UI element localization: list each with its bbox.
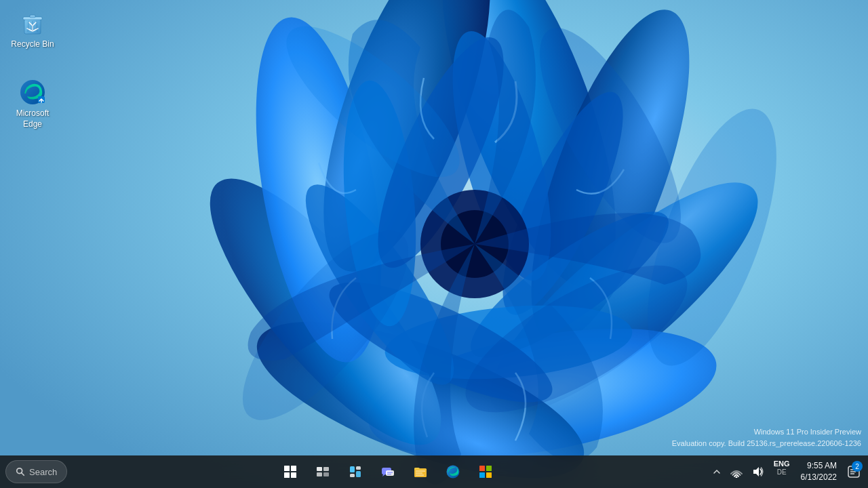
recycle-bin-image <box>19 9 46 37</box>
svg-line-33 <box>22 473 24 476</box>
search-box[interactable]: Search <box>5 460 67 483</box>
svg-rect-42 <box>350 466 355 472</box>
file-explorer-button[interactable] <box>406 457 435 487</box>
volume-button[interactable] <box>748 458 768 485</box>
notification-badge: 2 <box>852 461 863 472</box>
svg-rect-39 <box>323 467 329 471</box>
system-tray: ENG DE 9:55 AM 6/13/2022 2 <box>709 455 868 488</box>
store-icon <box>478 464 493 479</box>
edge-desktop-label: Microsoft Edge <box>9 108 56 129</box>
language-primary: ENG <box>774 460 790 468</box>
svg-rect-47 <box>386 470 394 476</box>
svg-rect-41 <box>323 472 329 476</box>
svg-rect-44 <box>350 474 355 477</box>
chat-icon <box>380 464 395 479</box>
chevron-up-icon <box>713 468 721 476</box>
svg-rect-43 <box>356 466 361 470</box>
svg-rect-56 <box>486 466 492 471</box>
show-hidden-icons-button[interactable] <box>709 458 725 485</box>
notification-center-button[interactable]: 2 <box>844 458 864 485</box>
desktop: Recycle Bin <box>0 0 868 488</box>
svg-point-59 <box>735 476 737 479</box>
chat-button[interactable] <box>373 457 403 487</box>
clock-widget[interactable]: 9:55 AM 6/13/2022 <box>795 459 842 485</box>
network-button[interactable] <box>726 458 747 485</box>
svg-rect-52 <box>416 472 422 474</box>
widgets-icon <box>348 464 363 479</box>
taskbar-center <box>67 457 709 487</box>
svg-rect-38 <box>317 467 322 471</box>
svg-rect-58 <box>486 472 492 478</box>
edge-desktop-icon[interactable]: Microsoft Edge <box>5 75 60 134</box>
task-view-button[interactable] <box>308 457 338 487</box>
svg-rect-36 <box>284 472 290 478</box>
clock-time: 9:55 AM <box>807 460 837 472</box>
taskbar: Search <box>0 455 868 488</box>
svg-rect-51 <box>416 470 425 472</box>
svg-rect-53 <box>416 474 424 476</box>
start-icon <box>283 464 298 479</box>
search-label: Search <box>29 467 57 477</box>
start-button[interactable] <box>275 457 305 487</box>
recycle-bin-icon[interactable]: Recycle Bin <box>5 5 60 54</box>
recycle-bin-label: Recycle Bin <box>11 39 54 50</box>
svg-rect-55 <box>479 466 485 471</box>
svg-rect-34 <box>284 466 290 471</box>
language-button[interactable]: ENG DE <box>770 458 794 485</box>
widgets-button[interactable] <box>340 457 370 487</box>
wallpaper <box>0 0 868 488</box>
svg-rect-26 <box>30 15 35 18</box>
svg-rect-40 <box>317 472 322 476</box>
file-explorer-icon <box>413 464 428 479</box>
edge-taskbar-button[interactable] <box>438 457 468 487</box>
svg-rect-45 <box>356 471 361 477</box>
task-view-icon <box>315 464 330 479</box>
search-icon <box>16 467 25 476</box>
clock-date: 6/13/2022 <box>801 472 837 483</box>
svg-rect-57 <box>479 472 485 478</box>
language-secondary: DE <box>777 468 787 476</box>
svg-rect-37 <box>291 472 296 478</box>
svg-rect-35 <box>291 466 296 471</box>
store-button[interactable] <box>471 457 500 487</box>
edge-taskbar-icon <box>446 464 460 479</box>
volume-icon <box>752 466 764 478</box>
edge-desktop-image <box>19 79 46 106</box>
network-icon <box>730 466 743 478</box>
